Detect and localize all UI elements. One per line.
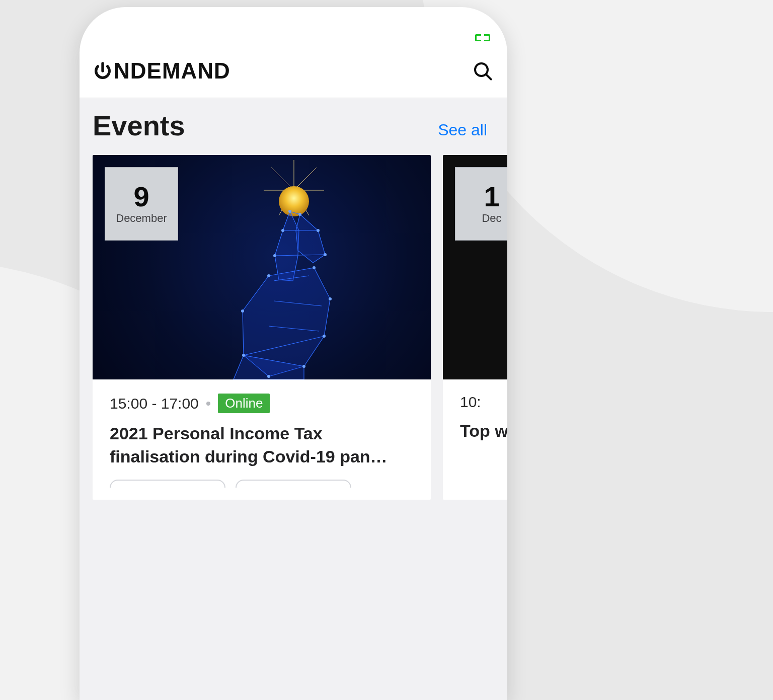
svg-point-29 [329, 297, 332, 300]
svg-point-27 [267, 274, 270, 277]
event-meta: 10: [460, 394, 507, 411]
status-bar [80, 7, 507, 52]
event-hero-image: 9 December [93, 155, 431, 379]
svg-point-30 [241, 309, 244, 313]
see-all-link[interactable]: See all [438, 121, 487, 139]
svg-point-23 [281, 229, 284, 232]
svg-point-31 [323, 335, 326, 338]
logo-text: NDEMAND [114, 60, 230, 82]
event-title: Top wh [460, 420, 507, 443]
event-date-day: 9 [133, 183, 149, 211]
event-date-badge: 1 Dec [455, 167, 507, 241]
svg-marker-10 [275, 211, 299, 281]
tag-chip[interactable] [110, 480, 225, 488]
search-button[interactable] [471, 59, 494, 83]
camera-indicator-icon [475, 34, 490, 41]
section-header: Events See all [80, 98, 507, 153]
svg-point-21 [288, 210, 291, 213]
event-date-day: 1 [484, 183, 499, 211]
event-date-badge: 9 December [105, 167, 178, 241]
event-meta: 15:00 - 17:00 • Online [110, 394, 414, 413]
event-hero-image: 1 Dec [443, 155, 507, 379]
event-time: 10: [460, 394, 481, 411]
events-carousel[interactable]: 9 December [80, 153, 507, 500]
content-area: Events See all 9 December [80, 98, 507, 700]
section-title: Events [93, 109, 185, 142]
tag-chip[interactable] [236, 480, 351, 488]
svg-line-1 [487, 75, 491, 80]
separator-dot-icon: • [206, 395, 211, 412]
app-header: NDEMAND [80, 52, 507, 98]
search-icon [473, 61, 493, 81]
event-body: 10: Top wh [443, 379, 507, 455]
svg-point-33 [302, 365, 305, 368]
event-title: 2021 Personal Income Tax finalisation du… [110, 422, 414, 469]
svg-point-34 [267, 375, 270, 378]
event-card[interactable]: 9 December [93, 155, 431, 500]
svg-point-25 [273, 254, 276, 257]
power-icon [93, 61, 113, 81]
svg-point-32 [242, 354, 245, 357]
phone-frame: NDEMAND Events See all 9 December [80, 7, 507, 700]
svg-point-22 [298, 213, 301, 216]
svg-point-9 [279, 186, 309, 216]
svg-point-28 [313, 266, 316, 269]
event-card[interactable]: 1 Dec 10: Top wh [443, 155, 507, 500]
svg-point-24 [317, 229, 320, 232]
svg-marker-11 [296, 214, 325, 263]
event-time: 15:00 - 17:00 [110, 395, 199, 412]
svg-point-26 [324, 253, 327, 256]
event-body: 15:00 - 17:00 • Online 2021 Personal Inc… [93, 379, 431, 500]
event-date-month: Dec [482, 212, 501, 225]
event-tags-row [110, 480, 414, 488]
event-mode-badge: Online [218, 394, 270, 413]
event-date-month: December [116, 212, 167, 225]
app-logo[interactable]: NDEMAND [93, 60, 230, 82]
